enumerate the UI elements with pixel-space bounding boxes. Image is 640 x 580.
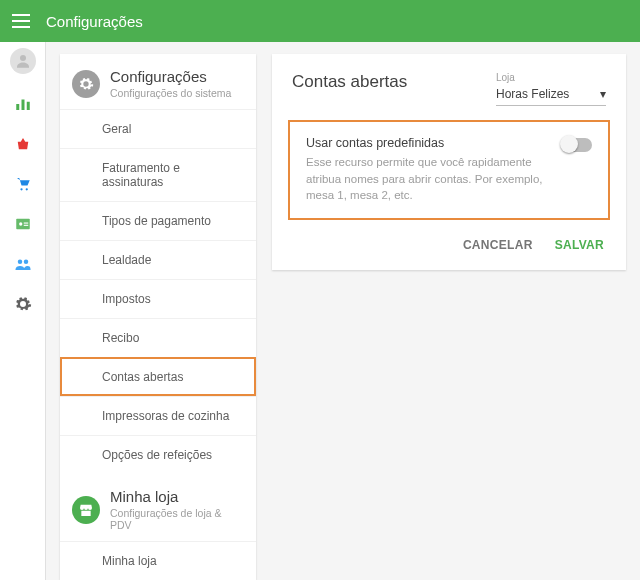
section-title: Minha loja <box>110 488 244 505</box>
store-value[interactable]: Horas Felizes <box>496 85 606 106</box>
svg-point-10 <box>17 260 22 265</box>
avatar-icon[interactable] <box>10 48 36 74</box>
svg-point-7 <box>19 222 22 225</box>
sidebar-item-faturamento[interactable]: Faturamento e assinaturas <box>60 148 256 201</box>
section-subtitle: Configurações do sistema <box>110 87 231 99</box>
svg-rect-2 <box>21 100 24 111</box>
badge-icon[interactable] <box>13 214 33 234</box>
cart-icon[interactable] <box>13 174 33 194</box>
basket-icon[interactable] <box>13 134 33 154</box>
save-button[interactable]: SALVAR <box>555 238 604 252</box>
svg-rect-9 <box>23 225 28 226</box>
svg-point-5 <box>25 188 27 190</box>
sidebar-item-impostos[interactable]: Impostos <box>60 279 256 318</box>
svg-point-11 <box>23 260 28 265</box>
toggle-predefined-accounts[interactable] <box>562 138 592 152</box>
menu-icon[interactable] <box>12 14 30 28</box>
sidebar-item-refeicoes[interactable]: Opções de refeições <box>60 435 256 474</box>
section-head-config: Configurações Configurações do sistema <box>60 54 256 109</box>
feature-title: Usar contas predefinidas <box>306 136 550 150</box>
svg-point-0 <box>20 55 26 61</box>
svg-rect-6 <box>16 219 30 230</box>
svg-point-4 <box>20 188 22 190</box>
sidebar-item-impressoras[interactable]: Impressoras de cozinha <box>60 396 256 435</box>
feature-predefined-accounts: Usar contas predefinidas Esse recurso pe… <box>288 120 610 220</box>
store-select[interactable]: Loja Horas Felizes <box>496 72 606 106</box>
store-icon <box>72 496 100 524</box>
topbar: Configurações <box>0 0 640 42</box>
cancel-button[interactable]: CANCELAR <box>463 238 533 252</box>
chart-icon[interactable] <box>13 94 33 114</box>
section-title: Configurações <box>110 68 231 85</box>
gear-icon <box>72 70 100 98</box>
main-card: Contas abertas Loja Horas Felizes Usar c… <box>272 54 626 270</box>
sidebar-item-minha-loja[interactable]: Minha loja <box>60 541 256 580</box>
people-icon[interactable] <box>13 254 33 274</box>
store-label: Loja <box>496 72 606 83</box>
card-title: Contas abertas <box>292 72 407 92</box>
svg-rect-1 <box>16 104 19 110</box>
sidebar-item-lealdade[interactable]: Lealdade <box>60 240 256 279</box>
svg-rect-8 <box>23 223 28 224</box>
section-subtitle: Configurações de loja & PDV <box>110 507 244 531</box>
sidebar-item-recibo[interactable]: Recibo <box>60 318 256 357</box>
section-head-loja: Minha loja Configurações de loja & PDV <box>60 474 256 541</box>
gear-icon[interactable] <box>13 294 33 314</box>
settings-sidebar: Configurações Configurações do sistema G… <box>60 54 256 580</box>
sidebar-item-contas-abertas[interactable]: Contas abertas <box>60 357 256 396</box>
sidebar-item-geral[interactable]: Geral <box>60 109 256 148</box>
nav-rail <box>0 42 46 580</box>
feature-desc: Esse recurso permite que você rapidament… <box>306 154 550 204</box>
page-title: Configurações <box>46 13 143 30</box>
sidebar-item-pagamento[interactable]: Tipos de pagamento <box>60 201 256 240</box>
svg-rect-3 <box>26 102 29 110</box>
